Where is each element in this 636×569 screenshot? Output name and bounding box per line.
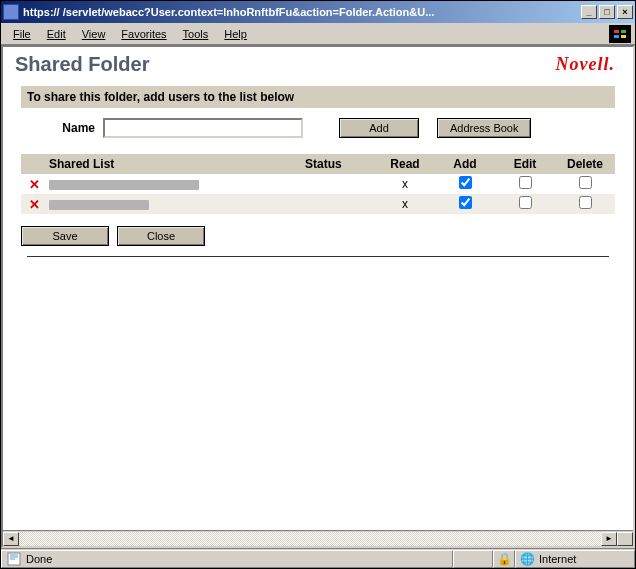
maximize-button[interactable]: □ <box>599 5 615 19</box>
add-button[interactable]: Add <box>339 118 419 138</box>
address-book-button[interactable]: Address Book <box>437 118 531 138</box>
save-button[interactable]: Save <box>21 226 109 246</box>
menu-edit[interactable]: Edit <box>39 26 74 42</box>
ie-page-icon <box>3 4 19 20</box>
menu-bar: File Edit View Favorites Tools Help <box>1 23 635 45</box>
page-title: Shared Folder <box>9 47 155 82</box>
remove-icon[interactable]: ✕ <box>21 177 47 192</box>
instruction-text: To share this folder, add users to the l… <box>21 86 615 108</box>
scroll-right-icon[interactable]: ► <box>601 532 617 546</box>
separator <box>27 256 609 257</box>
menu-file[interactable]: File <box>5 26 39 42</box>
action-buttons: Save Close <box>21 226 615 246</box>
svg-rect-0 <box>612 27 628 41</box>
header-edit: Edit <box>495 157 555 171</box>
resize-grip[interactable] <box>617 532 633 546</box>
menu-view[interactable]: View <box>74 26 114 42</box>
header-read: Read <box>375 157 435 171</box>
brand-logo: Novell. <box>556 54 621 75</box>
menu-tools[interactable]: Tools <box>175 26 217 42</box>
name-input[interactable] <box>103 118 303 138</box>
header-status: Status <box>305 157 375 171</box>
shared-list-header: Shared List Status Read Add Edit Delete <box>21 154 615 174</box>
close-button[interactable]: Close <box>117 226 205 246</box>
remove-icon[interactable]: ✕ <box>21 197 47 212</box>
header-delete: Delete <box>555 157 615 171</box>
read-cell: x <box>375 197 435 211</box>
scroll-track[interactable] <box>19 532 601 546</box>
delete-checkbox[interactable] <box>579 196 592 209</box>
ie-throbber-icon <box>609 25 631 43</box>
window-titlebar: https:// /servlet/webacc?User.context=ln… <box>1 1 635 23</box>
user-name-redacted <box>49 180 199 190</box>
delete-checkbox[interactable] <box>579 176 592 189</box>
minimize-button[interactable]: _ <box>581 5 597 19</box>
close-window-button[interactable]: × <box>617 5 633 19</box>
header-shared-list: Shared List <box>47 157 305 171</box>
scroll-left-icon[interactable]: ◄ <box>3 532 19 546</box>
horizontal-scrollbar[interactable]: ◄ ► <box>3 530 633 546</box>
name-input-row: Name Add Address Book <box>21 118 615 138</box>
globe-icon: 🌐 <box>520 552 535 566</box>
edit-checkbox[interactable] <box>519 196 532 209</box>
name-label: Name <box>21 121 99 135</box>
content-area: Shared Folder Novell. To share this fold… <box>1 45 635 548</box>
table-row: ✕ x <box>21 194 615 214</box>
ie-page-icon <box>6 552 22 566</box>
read-cell: x <box>375 177 435 191</box>
menu-help[interactable]: Help <box>216 26 255 42</box>
header-add: Add <box>435 157 495 171</box>
security-zone: Internet <box>539 553 576 565</box>
add-checkbox[interactable] <box>459 176 472 189</box>
window-url: https:// /servlet/webacc?User.context=ln… <box>23 6 579 18</box>
status-text: Done <box>26 553 52 565</box>
menu-favorites[interactable]: Favorites <box>113 26 174 42</box>
user-name-redacted <box>49 200 149 210</box>
lock-icon: 🔒 <box>497 552 512 566</box>
table-row: ✕ x <box>21 174 615 194</box>
status-bar: Done 🔒 🌐 Internet <box>1 548 635 568</box>
add-checkbox[interactable] <box>459 196 472 209</box>
edit-checkbox[interactable] <box>519 176 532 189</box>
window-buttons: _ □ × <box>579 5 633 19</box>
